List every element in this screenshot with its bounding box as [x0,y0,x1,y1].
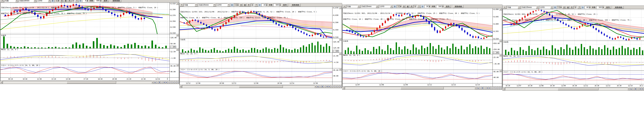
symbol-select[interactable]: 日経225mini ▼ [521,6,539,9]
section-scale-dropdown-button[interactable]: ▼ [339,53,341,55]
chart-tool-button[interactable]: ◣ [477,87,479,89]
price-chart[interactable]: 日経225mini 12/03( 60分, 2011/12/06 - 2011/… [503,9,644,41]
period-minute-button[interactable]: 分 [574,6,577,9]
chart-tool-button[interactable]: ¥ [498,87,500,89]
chart-tool-button[interactable]: ◆ [163,81,166,84]
horizontal-scrollbar[interactable]: ◄ ► ◣⊥▌▪◆▶▷PA¥▼ [503,88,644,90]
chart-tool-button[interactable]: ▌ [158,81,161,84]
chevron-down-icon[interactable]: ▼ [376,5,378,8]
scrollbar-thumb[interactable] [558,88,598,90]
period-tick-button[interactable]: T [254,4,258,6]
contract-month-select[interactable]: 12/03 ▼ [37,0,51,2]
minutes-input[interactable]: 30 [424,5,431,8]
price-chart[interactable]: 日経225mini 12/03( 15分, 2011/12/06 - 2011/… [180,7,332,38]
spinner-icon[interactable] [237,4,239,6]
chart-tool-button[interactable]: ▶ [642,88,644,90]
chart-tool-button[interactable]: ▼ [177,81,179,84]
period-minute-button[interactable]: 分 [414,5,417,8]
period-minute-button[interactable]: 分 [72,0,75,2]
chart-tool-button[interactable]: ▌ [635,88,637,90]
scrollbar-thumb[interactable] [401,87,444,89]
chart-tool-button[interactable]: ▪ [324,85,326,88]
contract-month-select[interactable]: 12/03 ▼ [216,4,230,6]
period-day-button[interactable]: 日 [562,6,566,9]
contract-month-select[interactable]: 12/03 ▼ [379,5,393,8]
chart-tool-button[interactable]: A [335,85,337,88]
chart-tool-button[interactable]: ▼ [500,87,502,89]
category-select[interactable]: 先物 ▼ [4,0,18,2]
multi-symbol-button[interactable]: 複数銘柄 [453,5,463,8]
spinner-icon[interactable] [442,5,444,8]
spinner-icon[interactable] [100,0,102,2]
symbol-select[interactable]: 日経225mini ▼ [198,4,216,6]
chart-tool-button[interactable]: ▶ [328,85,330,88]
chevron-down-icon[interactable]: ▼ [550,6,553,9]
scroll-left-button[interactable]: ◄ [342,87,345,89]
spinner-icon[interactable] [602,6,604,8]
period-month-button[interactable]: 月 [570,6,574,9]
chart-tool-button[interactable]: ◣ [154,81,156,84]
minutes-input[interactable]: 5 [82,0,88,2]
chart-tool-button[interactable]: A [495,87,498,89]
bar-interval-input[interactable]: 1 [557,6,562,9]
price-chart[interactable]: 日経225mini 12/03( 30分, 2011/12/06 - 2011/… [342,8,492,40]
period-month-button[interactable]: 月 [68,0,71,2]
section-scale-dropdown-button[interactable]: ▼ [176,64,178,66]
section-scale-dropdown-button[interactable]: ▼ [176,49,178,51]
scroll-right-button[interactable]: ► [152,81,154,84]
macd-chart[interactable]: MACD( 12, 26, 9 ) [180,53,332,68]
chart-menu-button[interactable]: ▼ [503,6,506,9]
bar-interval-input[interactable]: 1 [54,0,60,2]
stochastics-chart[interactable]: スロー・ストキャスティクス( 14, 3, 80, 20 ) [503,71,644,84]
bar-interval-input[interactable]: 1 [234,4,239,6]
section-scale-dropdown-button[interactable]: ▼ [176,34,178,36]
multi-symbol-button[interactable]: 複数銘柄 [614,6,624,9]
chart-menu-button[interactable]: ▼ [0,0,4,2]
stochastics-chart[interactable]: スロー・ストキャスティクス( 14, 3, 80, 20 ) [180,68,332,82]
period-day-button[interactable]: 日 [240,4,243,6]
period-minute-button[interactable]: 分 [251,4,254,6]
chart-tool-button[interactable]: ▶ [166,81,168,84]
chevron-down-icon[interactable]: ▼ [536,6,539,9]
chart-tool-button[interactable]: ⊥ [156,81,158,84]
scroll-left-button[interactable]: ◄ [0,81,3,84]
chart-tool-button[interactable]: A [172,81,174,84]
period-tick-button[interactable]: T [75,0,78,2]
apply-button[interactable]: 適用 [605,6,611,9]
stochastics-chart[interactable]: スロー・ストキャスティクス( 14, 3, 80, 20 ) [0,64,170,78]
volume-chart[interactable]: 出来高 [342,40,492,54]
chart-tool-button[interactable]: ▷ [330,85,333,88]
scrollbar-track[interactable] [345,87,475,89]
period-day-button[interactable]: 日 [402,5,406,8]
chevron-down-icon[interactable]: ▼ [34,0,36,2]
bar-count-input[interactable]: 500 [94,0,102,2]
period-tick-button[interactable]: T [578,6,581,9]
period-month-button[interactable]: 月 [410,5,413,8]
period-week-button[interactable]: 週 [243,4,246,6]
scroll-left-button[interactable]: ◄ [180,85,182,88]
chevron-down-icon[interactable]: ▼ [16,0,18,2]
scrollbar-track[interactable] [182,85,314,88]
volume-chart[interactable]: 出来高 [0,34,170,49]
chart-tool-button[interactable]: ▌ [322,85,324,88]
period-week-button[interactable]: 週 [406,5,410,8]
section-scale-dropdown-button[interactable]: ▼ [176,3,178,5]
section-scale-dropdown-button[interactable]: ▼ [499,8,502,10]
spinner-icon[interactable] [266,4,268,6]
spinner-icon[interactable] [400,5,402,8]
spinner-icon[interactable] [58,0,60,2]
chart-tool-button[interactable]: ⊥ [632,88,635,90]
category-select[interactable]: 先物 ▼ [346,5,360,8]
chevron-down-icon[interactable]: ▼ [518,6,520,9]
bar-count-input[interactable]: 500 [436,5,444,8]
section-scale-dropdown-button[interactable]: ▼ [339,39,341,41]
chart-tool-button[interactable]: ◣ [317,85,319,88]
price-chart[interactable]: 日経225mini 12/03( 5分, 2011/12/10 - 2011/1… [0,2,170,34]
horizontal-scrollbar[interactable]: ◄ ► ◣⊥▌▪◆▶▷PA¥▼ [0,81,179,84]
apply-button[interactable]: 適用 [102,0,109,2]
scrollbar-thumb[interactable] [239,85,283,88]
section-scale-dropdown-button[interactable]: ▼ [499,55,502,57]
chart-tool-button[interactable]: ¥ [337,85,340,88]
period-day-button[interactable]: 日 [60,0,64,2]
section-scale-dropdown-button[interactable]: ▼ [339,69,341,71]
